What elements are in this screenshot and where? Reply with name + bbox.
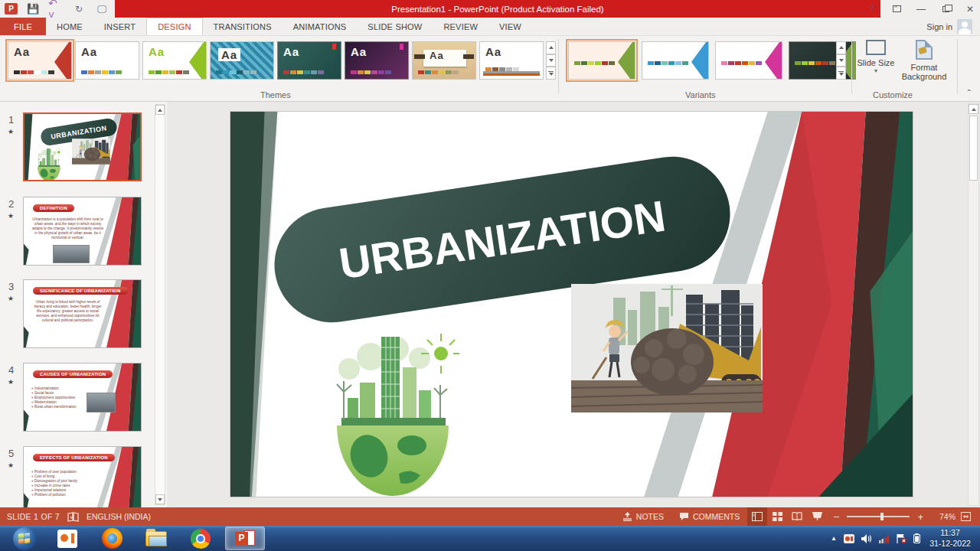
zoom-out-button[interactable]: −	[830, 510, 842, 523]
thumbnail-heading-badge: CAUSES OF URBANIZATION	[33, 370, 113, 378]
scrollbar-thumb[interactable]	[969, 116, 978, 181]
battery-icon[interactable]	[913, 533, 920, 543]
ribbon-display-options-button[interactable]	[890, 4, 903, 15]
tab-design[interactable]: DESIGN	[146, 18, 202, 35]
slide-indicator[interactable]: SLIDE 1 OF 7	[7, 512, 60, 521]
tab-transitions[interactable]: TRANSITIONS	[203, 18, 283, 35]
view-normal-button[interactable]	[747, 507, 767, 526]
taskbar: P ▲ 11:37 31-12-2022	[0, 526, 980, 551]
thumbnail-panel-scrollbar[interactable]	[155, 104, 165, 505]
zoom-in-button[interactable]: +	[914, 511, 926, 523]
scroll-up-button[interactable]	[155, 105, 165, 115]
theme-berlin[interactable]: Aa	[479, 41, 544, 80]
help-button[interactable]: ?	[865, 4, 879, 15]
zoom-percent[interactable]: 74%	[929, 512, 956, 521]
thumbnail-slide-1[interactable]: URBANIZATION	[23, 112, 142, 181]
theme-integral[interactable]: Aa	[210, 41, 274, 80]
theme-stripe-decor	[483, 73, 540, 76]
thumbnail-slide-3[interactable]: SIGNIFICANCE OF URBANIZATION Urban livin…	[23, 279, 142, 348]
spellcheck-icon[interactable]	[67, 512, 79, 522]
view-slide-sorter-button[interactable]	[767, 507, 787, 526]
comments-toggle-button[interactable]: COMMENTS	[671, 507, 747, 526]
themes-scroll-down[interactable]	[546, 54, 556, 67]
language-indicator[interactable]: ENGLISH (INDIA)	[87, 512, 151, 521]
tab-animations[interactable]: ANIMATIONS	[283, 18, 358, 35]
thumbnail-slide-4[interactable]: CAUSES OF URBANIZATION Industrialization…	[23, 363, 142, 432]
thumbnail-slide-5[interactable]: EFFECTS OF URBANIZATION Problem of over …	[23, 446, 142, 507]
restore-button[interactable]	[939, 4, 952, 15]
save-button[interactable]: 💾	[25, 2, 41, 16]
theme-current[interactable]: Aa	[8, 41, 72, 80]
variants-scroll-up[interactable]	[836, 41, 846, 54]
tab-home[interactable]: HOME	[46, 18, 93, 35]
editor-vertical-scrollbar[interactable]	[968, 103, 979, 506]
tab-review[interactable]: REVIEW	[433, 18, 488, 35]
sign-in-label: Sign in	[926, 22, 952, 31]
slide-thumbnail-panel: 1 ★ URBANIZATION 2 ★	[0, 102, 167, 507]
powerpoint-app-icon[interactable]: P	[5, 3, 18, 15]
tab-insert[interactable]: INSERT	[93, 18, 146, 35]
slide-edit-area[interactable]: URBANIZATION	[167, 102, 980, 507]
variant-chevron-decor	[762, 42, 782, 79]
variants-more-button[interactable]	[836, 67, 846, 80]
theme-bar-decor	[463, 54, 474, 59]
variant-blue[interactable]	[642, 41, 709, 80]
restore-icon	[942, 6, 949, 12]
start-slideshow-button[interactable]: 🖵	[94, 2, 109, 16]
zoom-slider[interactable]	[847, 516, 910, 517]
bulldozer-cartoon-image[interactable]	[571, 284, 763, 412]
variants-scroll-down[interactable]	[836, 54, 846, 67]
themes-group-label: Themes	[260, 90, 291, 99]
tab-file[interactable]: FILE	[0, 18, 46, 35]
notes-toggle-button[interactable]: NOTES	[615, 507, 671, 526]
tab-view[interactable]: VIEW	[488, 18, 532, 35]
scroll-down-button[interactable]	[155, 494, 165, 504]
thumbnail-slide-2[interactable]: DEFINITION Urbanization is a population …	[23, 197, 142, 266]
slide-size-button[interactable]: Slide Size ▾	[856, 40, 896, 74]
zoom-slider-thumb[interactable]	[880, 513, 884, 520]
chrome-icon	[191, 529, 211, 549]
taskbar-capture-app-button[interactable]	[47, 527, 87, 550]
minimize-button[interactable]: —	[914, 4, 928, 15]
undo-button[interactable]: ↶ ˅	[48, 2, 64, 16]
redo-button[interactable]: ↻	[71, 2, 87, 16]
view-slideshow-button[interactable]	[807, 507, 827, 526]
theme-organic[interactable]: Aa	[412, 41, 476, 80]
tab-slideshow[interactable]: SLIDE SHOW	[357, 18, 433, 35]
theme-ion-boardroom[interactable]: Aa	[345, 41, 409, 80]
slide-title-text: URBANIZATION	[336, 191, 669, 289]
volume-icon[interactable]	[861, 534, 872, 543]
themes-scroll-up[interactable]	[546, 41, 556, 54]
action-center-flag-icon[interactable]	[897, 534, 906, 543]
notes-icon	[622, 512, 632, 521]
fit-slide-to-window-button[interactable]	[956, 507, 975, 526]
theme-facet[interactable]: Aa	[142, 41, 207, 80]
network-icon[interactable]	[879, 534, 890, 543]
taskbar-explorer-button[interactable]	[136, 527, 176, 550]
variant-green[interactable]	[568, 41, 635, 80]
view-reading-button[interactable]	[787, 507, 807, 526]
start-button[interactable]	[5, 527, 44, 550]
ribbon-display-icon	[893, 5, 901, 12]
animation-star-icon: ★	[8, 461, 14, 469]
tray-app-icon[interactable]	[844, 534, 854, 543]
eco-city-illustration[interactable]	[326, 324, 460, 497]
format-background-button[interactable]: Format Background	[897, 40, 951, 81]
slide-canvas[interactable]: URBANIZATION	[230, 111, 913, 497]
sign-in[interactable]: Sign in	[926, 19, 972, 34]
taskbar-chrome-button[interactable]	[181, 527, 220, 550]
taskbar-firefox-button[interactable]	[92, 527, 132, 550]
variant-pink[interactable]	[715, 41, 782, 80]
themes-more-button[interactable]	[546, 67, 556, 80]
theme-ion[interactable]: Aa	[277, 41, 341, 80]
variant-chevron-decor	[615, 42, 635, 79]
close-button[interactable]: ✕	[963, 4, 977, 15]
thumbnail-heading-badge: SIGNIFICANCE OF URBANIZATION	[33, 287, 128, 295]
theme-office[interactable]: Aa	[75, 41, 139, 80]
show-hidden-icons-button[interactable]: ▲	[831, 535, 837, 542]
scroll-up-button[interactable]	[969, 104, 978, 114]
taskbar-clock[interactable]: 11:37 31-12-2022	[923, 527, 977, 549]
taskbar-powerpoint-button[interactable]: P	[225, 527, 265, 550]
slide-size-label: Slide Size	[856, 58, 896, 67]
collapse-ribbon-button[interactable]: ⌃	[966, 88, 972, 96]
